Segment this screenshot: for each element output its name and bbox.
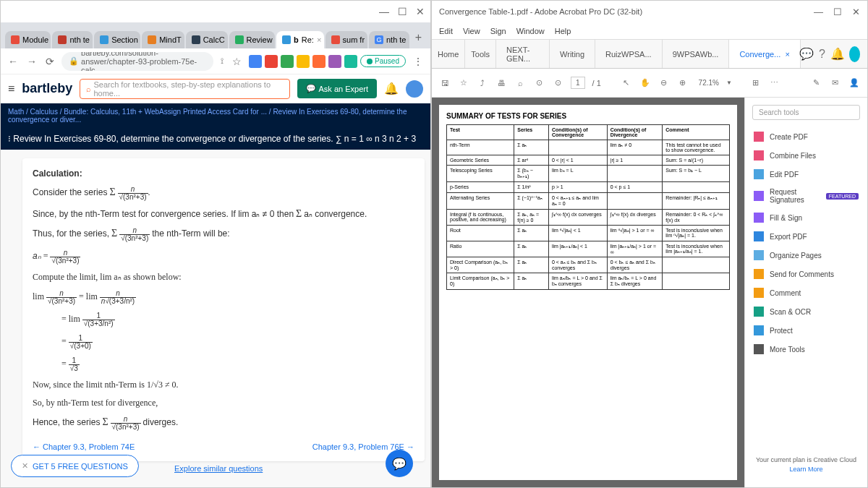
close-icon[interactable]: ✕ (22, 461, 28, 471)
menu-item[interactable]: Window (516, 27, 545, 35)
tool-item[interactable]: More Tools (745, 340, 867, 359)
browser-tab[interactable]: Section (94, 31, 140, 48)
menu-icon[interactable]: ⋮ (412, 54, 425, 69)
bell-icon[interactable]: 🔔 (832, 48, 843, 60)
tool-item[interactable]: Export PDF (745, 227, 867, 246)
url-input[interactable]: 🔒 bartleby.com/solution-answer/chapter-9… (61, 52, 213, 71)
bell-icon[interactable]: 🔔 (384, 82, 399, 95)
search-icon: ⌕ (86, 85, 91, 93)
hand-icon[interactable]: ✋ (639, 77, 651, 89)
tool-item[interactable]: Create PDF (745, 127, 867, 146)
extension-icon[interactable] (328, 55, 341, 68)
extension-icon[interactable] (249, 55, 262, 68)
window-title: Convergence Table-1.pdf - Adobe Acrobat … (439, 7, 642, 16)
extension-icon[interactable] (265, 55, 278, 68)
tool-label: Protect (770, 327, 793, 335)
browser-tab[interactable]: CalcC (186, 31, 228, 48)
menu-item[interactable]: Help (555, 27, 571, 35)
share-icon[interactable]: 👤 (848, 77, 860, 89)
search-icon[interactable]: ⌕ (514, 77, 526, 89)
mail-icon[interactable]: ✉ (830, 77, 841, 89)
cursor-icon[interactable]: ↖ (621, 77, 632, 89)
menu-item[interactable]: Sign (490, 27, 506, 35)
up-icon[interactable]: ⊙ (533, 77, 545, 89)
extension-icon[interactable] (297, 55, 310, 68)
acrobat-titlebar: Convergence Table-1.pdf - Adobe Acrobat … (432, 1, 867, 22)
back-button[interactable]: ← (7, 54, 20, 69)
browser-tab-active[interactable]: b Re: × (276, 31, 324, 48)
tool-item[interactable]: Scan & OCR (745, 302, 867, 321)
tool-label: Combine Files (770, 152, 816, 160)
tab-tools[interactable]: Tools (465, 40, 496, 68)
browser-tab[interactable]: Review (229, 31, 275, 48)
browser-tab[interactable]: sum fr (326, 31, 367, 48)
tool-item[interactable]: Fill & Sign (745, 208, 867, 227)
zoom-out-icon[interactable]: ⊖ (658, 77, 670, 89)
paused-badge[interactable]: Paused (360, 55, 406, 67)
page-input[interactable]: 1 (571, 77, 585, 89)
tool-item[interactable]: Protect (745, 321, 867, 340)
avatar-icon[interactable] (849, 46, 860, 62)
help-icon[interactable]: ? (818, 48, 826, 60)
table-cell: ∫₁^∞ f(x) dx diverges (607, 210, 663, 226)
ask-expert-button[interactable]: 💬Ask an Expert (297, 79, 377, 98)
learn-more-link[interactable]: Learn More (752, 466, 860, 473)
doc-tab[interactable]: 9WPSAWb... (663, 40, 730, 68)
math-line: Hence, the series Σ n√(3n²+3) diverges. (33, 416, 414, 431)
tool-item[interactable]: Comment (745, 283, 867, 302)
browser-tab[interactable]: Module (5, 31, 51, 48)
save-icon[interactable]: 🖫 (439, 77, 451, 89)
browser-tab[interactable]: Gnth te (369, 31, 409, 48)
sign-icon[interactable]: ✎ (811, 77, 822, 89)
close-icon[interactable]: ✕ (416, 6, 425, 17)
close-icon[interactable]: ✕ (852, 7, 860, 17)
tool-item[interactable]: Organize Pages (745, 246, 867, 265)
tool-item[interactable]: Combine Files (745, 146, 867, 165)
minimize-icon[interactable]: — (814, 7, 823, 17)
reload-button[interactable]: ⟳ (44, 54, 56, 69)
zoom-level[interactable]: 72.1% (699, 79, 719, 87)
new-tab-button[interactable]: + (411, 27, 426, 48)
extension-icon[interactable] (281, 55, 294, 68)
document-view[interactable]: SUMMARY OF TESTS FOR SERIES Test Series … (432, 98, 744, 487)
doc-tab-active[interactable]: Converge... × (729, 40, 800, 68)
search-input[interactable]: ⌕ Search for textbooks, step-by-step exp… (80, 79, 289, 99)
down-icon[interactable]: ⊙ (552, 77, 563, 89)
minimize-icon[interactable]: — (379, 6, 389, 17)
star-icon[interactable]: ☆ (231, 54, 243, 69)
search-tools-input[interactable]: Search tools (752, 105, 860, 120)
star-icon[interactable]: ☆ (458, 77, 469, 89)
doc-tab[interactable]: Writing (550, 40, 595, 68)
tool-item[interactable]: Edit PDF (745, 165, 867, 184)
address-bar: ← → ⟳ 🔒 bartleby.com/solution-answer/cha… (1, 48, 430, 74)
prev-problem-link[interactable]: ← Chapter 9.3, Problem 74E (33, 442, 135, 451)
maximize-icon[interactable]: ☐ (398, 6, 407, 17)
avatar-icon[interactable] (406, 80, 423, 98)
tool-item[interactable]: Send for Comments (745, 265, 867, 283)
chat-icon[interactable]: 💬 (801, 48, 812, 60)
more-icon[interactable]: ⋯ (768, 77, 780, 89)
tab-home[interactable]: Home (432, 40, 465, 68)
upload-icon[interactable]: ⤴ (477, 77, 488, 89)
get-free-button[interactable]: ✕GET 5 FREE QUESTIONS (11, 455, 139, 477)
explore-link[interactable]: Explore similar questions (174, 464, 263, 473)
hamburger-icon[interactable]: ≡ (8, 82, 14, 95)
tool-label: Send for Comments (770, 270, 834, 278)
zoom-in-icon[interactable]: ⊕ (677, 77, 689, 89)
fit-icon[interactable]: ⊞ (749, 77, 761, 89)
extension-icon[interactable] (344, 55, 357, 68)
settings-icon[interactable]: ⟟ (219, 55, 225, 67)
forward-button[interactable]: → (25, 54, 38, 69)
extension-icon[interactable] (312, 55, 326, 68)
tool-item[interactable]: Request SignaturesFEATURED (745, 184, 867, 208)
chat-fab[interactable]: 💬 (386, 450, 413, 477)
doc-tab[interactable]: RuizWPSA... (595, 40, 663, 68)
print-icon[interactable]: 🖶 (495, 77, 507, 89)
breadcrumb[interactable]: Math / Calculus / Bundle: Calculus, 11th… (1, 103, 430, 128)
menu-item[interactable]: View (463, 27, 480, 35)
browser-tab[interactable]: nth te (52, 31, 93, 48)
menu-item[interactable]: Edit (439, 27, 453, 35)
maximize-icon[interactable]: ☐ (833, 7, 842, 17)
doc-tab[interactable]: NEXT-GEN... (496, 40, 550, 68)
browser-tab[interactable]: MindT (142, 31, 184, 48)
